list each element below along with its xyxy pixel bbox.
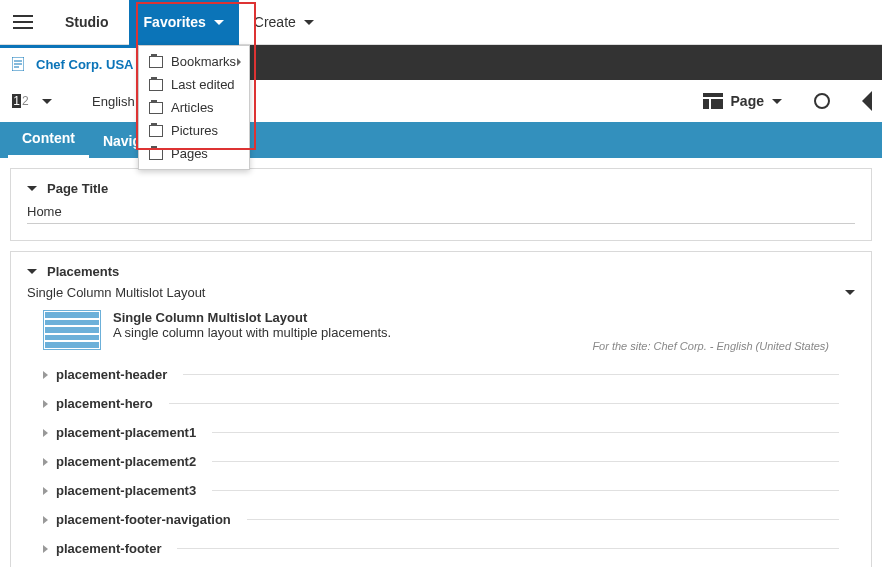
create-menu-button[interactable]: Create xyxy=(239,0,329,45)
placement-row[interactable]: placement-placement1 xyxy=(27,418,855,447)
placements-header[interactable]: Placements xyxy=(27,260,855,283)
page-title-header[interactable]: Page Title xyxy=(27,177,855,200)
chevron-right-icon xyxy=(43,545,48,553)
page-title-panel: Page Title Home xyxy=(10,168,872,241)
chevron-right-icon xyxy=(43,516,48,524)
favorites-articles-item[interactable]: Articles xyxy=(139,96,249,119)
dd-label: Pages xyxy=(171,146,208,161)
placement-label: placement-hero xyxy=(56,396,153,411)
placement-row[interactable]: placement-placement2 xyxy=(27,447,855,476)
placement-label: placement-footer xyxy=(56,541,161,556)
dd-label: Pictures xyxy=(171,123,218,138)
favorites-menu-button[interactable]: Favorites xyxy=(129,0,239,45)
placements-label: Placements xyxy=(47,264,119,279)
page-title-label: Page Title xyxy=(47,181,108,196)
favorites-pages-item[interactable]: Pages xyxy=(139,142,249,165)
page-type-label: Page xyxy=(731,93,764,109)
placement-row[interactable]: placement-placement3 xyxy=(27,476,855,505)
placement-row[interactable]: placement-footer xyxy=(27,534,855,563)
chevron-down-icon xyxy=(772,99,782,104)
dd-label: Bookmarks xyxy=(171,54,236,69)
favorites-label: Favorites xyxy=(144,14,206,30)
column-toggle[interactable]: 12 xyxy=(10,92,32,110)
placement-row[interactable]: placement-hero xyxy=(27,389,855,418)
dd-label: Last edited xyxy=(171,77,235,92)
lightbulb-icon[interactable] xyxy=(814,93,830,109)
divider xyxy=(177,548,839,549)
placements-panel: Placements Single Column Multislot Layou… xyxy=(10,251,872,567)
chevron-down-icon xyxy=(27,269,37,274)
placement-row[interactable]: placement-header xyxy=(27,360,855,389)
svg-rect-4 xyxy=(703,93,723,97)
placement-label: placement-placement3 xyxy=(56,483,196,498)
favorites-bookmarks-item[interactable]: Bookmarks xyxy=(139,50,249,73)
chevron-down-icon xyxy=(304,20,314,25)
layout-icon xyxy=(703,93,723,109)
favorites-last-edited-item[interactable]: Last edited xyxy=(139,73,249,96)
page-icon xyxy=(12,57,24,71)
chevron-right-icon xyxy=(43,400,48,408)
dd-label: Articles xyxy=(171,100,214,115)
svg-rect-5 xyxy=(703,99,709,109)
layout-swatch-icon xyxy=(43,310,101,350)
layout-site-note: For the site: Chef Corp. - English (Unit… xyxy=(113,340,839,352)
chevron-right-icon xyxy=(43,487,48,495)
placement-label: placement-placement2 xyxy=(56,454,196,469)
divider xyxy=(247,519,839,520)
layout-name: Single Column Multislot Layout xyxy=(27,285,205,300)
chevron-down-icon[interactable] xyxy=(42,99,52,104)
divider xyxy=(169,403,839,404)
placement-row[interactable]: placement-footer-navigation xyxy=(27,505,855,534)
divider xyxy=(212,490,839,491)
folder-icon xyxy=(149,56,163,68)
placements-list: placement-headerplacement-heroplacement-… xyxy=(27,360,855,563)
divider xyxy=(183,374,839,375)
chevron-right-icon xyxy=(43,429,48,437)
chevron-right-icon xyxy=(43,458,48,466)
layout-desc: A single column layout with multiple pla… xyxy=(113,325,839,340)
toolbar: 12 English (Uni Page xyxy=(0,80,882,122)
chevron-down-icon xyxy=(214,20,224,25)
favorites-pictures-item[interactable]: Pictures xyxy=(139,119,249,142)
svg-rect-6 xyxy=(711,99,723,109)
favorites-dropdown: Bookmarks Last edited Articles Pictures … xyxy=(138,45,250,170)
layout-title: Single Column Multislot Layout xyxy=(113,310,839,325)
folder-icon xyxy=(149,125,163,137)
document-tab-strip: Chef Corp. USA Home xyxy=(0,45,882,80)
content-tabs: Content Navigation xyxy=(0,122,882,158)
folder-icon xyxy=(149,79,163,91)
folder-icon xyxy=(149,148,163,160)
top-bar: Studio Favorites Create Bookmarks Last e… xyxy=(0,0,882,45)
divider xyxy=(212,461,839,462)
chevron-right-icon xyxy=(43,371,48,379)
placement-label: placement-placement1 xyxy=(56,425,196,440)
chevron-down-icon xyxy=(27,186,37,191)
chevron-down-icon[interactable] xyxy=(845,290,855,295)
placement-label: placement-header xyxy=(56,367,167,382)
brand-label: Studio xyxy=(45,14,129,30)
menu-button[interactable] xyxy=(0,15,45,29)
collapse-panel-button[interactable] xyxy=(862,91,872,111)
placement-label: placement-footer-navigation xyxy=(56,512,231,527)
create-label: Create xyxy=(254,14,296,30)
divider xyxy=(212,432,839,433)
page-type-selector[interactable]: Page xyxy=(703,93,782,109)
layout-description-block: Single Column Multislot Layout A single … xyxy=(27,302,855,360)
tab-content[interactable]: Content xyxy=(8,121,89,158)
folder-icon xyxy=(149,102,163,114)
page-title-input[interactable]: Home xyxy=(27,200,855,224)
